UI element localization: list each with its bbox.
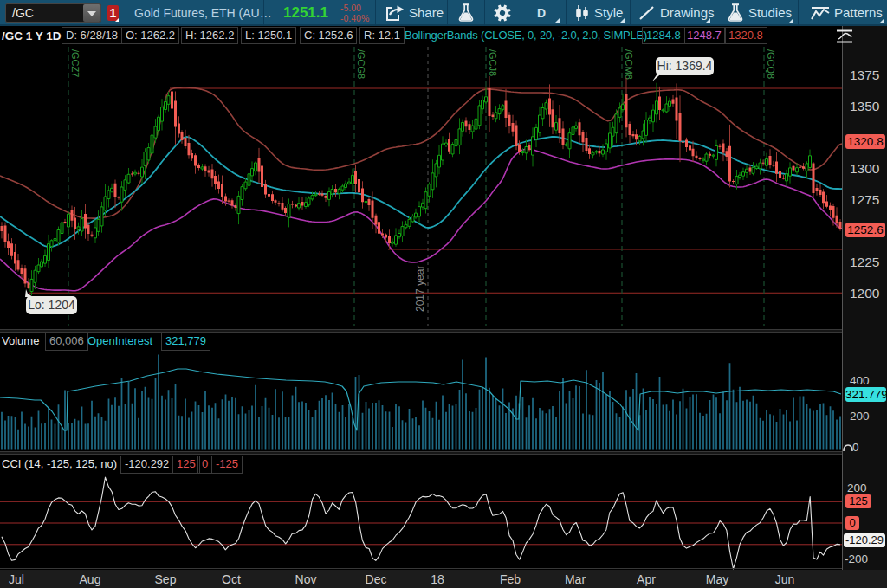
svg-text:/GCZ7: /GCZ7 bbox=[70, 49, 81, 77]
svg-text:/GCG8: /GCG8 bbox=[356, 49, 366, 79]
svg-text:/GCM8: /GCM8 bbox=[624, 49, 634, 80]
svg-text:2017 year: 2017 year bbox=[414, 266, 426, 312]
svg-text:/GCQ8: /GCQ8 bbox=[766, 49, 776, 79]
svg-text:/GCJ8: /GCJ8 bbox=[488, 49, 498, 76]
